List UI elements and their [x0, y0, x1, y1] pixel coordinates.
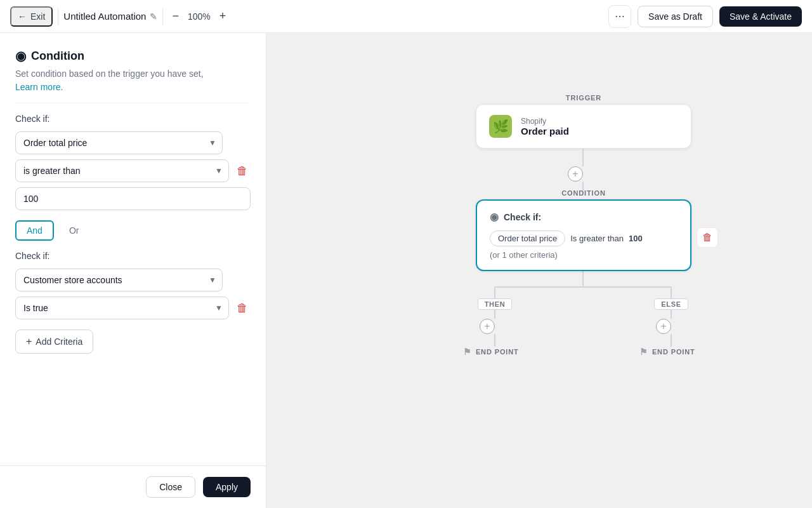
panel-title-text: Condition	[31, 50, 84, 63]
condition-1-field-wrapper: Order total price ▼	[15, 131, 223, 154]
condition-2-op-wrapper: Is true ▼	[15, 297, 229, 319]
condition-container: CONDITION ◉ Check if: Order total price …	[476, 189, 691, 271]
criteria-field-pill: Order total price	[490, 231, 565, 246]
else-container: ELSE	[652, 298, 690, 310]
logic-toggle: And Or	[15, 220, 251, 241]
delete-condition-node-button[interactable]: 🗑	[697, 227, 718, 248]
condition-group-1: Order total price ▼ is greater than ▼ 🗑	[15, 131, 251, 210]
criteria-val-text: 100	[629, 234, 643, 243]
condition-2-field-select[interactable]: Customer store accounts	[15, 269, 223, 291]
zoom-out-button[interactable]: −	[168, 8, 183, 24]
condition-2-field-wrapper: Customer store accounts ▼	[15, 269, 223, 291]
delete-condition-1-button[interactable]: 🗑	[234, 162, 251, 180]
topbar-divider-2	[162, 8, 163, 25]
condition-1-op-wrapper: is greater than ▼	[15, 159, 229, 182]
panel-footer: Close Apply	[0, 465, 266, 508]
exit-label: Exit	[30, 11, 45, 22]
add-criteria-label: Add Criteria	[36, 337, 82, 347]
save-draft-button[interactable]: Save as Draft	[638, 6, 713, 27]
else-label: ELSE	[654, 298, 688, 310]
zoom-controls: − 100% +	[168, 8, 230, 24]
check-if-label-1: Check if:	[15, 114, 251, 124]
more-options-button[interactable]: ⋯	[608, 5, 631, 28]
add-criteria-button[interactable]: + Add Criteria	[15, 330, 93, 354]
save-activate-button[interactable]: Save & Activate	[719, 6, 802, 27]
trigger-node[interactable]: 🌿 Shopify Order paid	[476, 104, 691, 149]
criteria-other-text: (or 1 other criteria)	[490, 250, 678, 260]
condition-group-2: Customer store accounts ▼ Is true ▼ 🗑	[15, 269, 251, 319]
trigger-event: Order paid	[521, 126, 569, 137]
condition-panel: ◉ Condition Set condition based on the t…	[0, 33, 266, 508]
check-if-label-2: Check if:	[15, 251, 251, 261]
document-title: Untitled Automation ✎	[63, 11, 157, 22]
panel-title-row: ◉ Condition	[15, 48, 251, 64]
apply-button[interactable]: Apply	[203, 477, 251, 497]
else-endpoint: ⚑ END POINT	[639, 347, 695, 357]
condition-2-operator-row: Is true ▼ 🗑	[15, 297, 251, 319]
topbar-right: ⋯ Save as Draft Save & Activate	[608, 5, 802, 28]
condition-node[interactable]: ◉ Check if: Order total price Is greater…	[476, 199, 691, 271]
topbar-left: ← Exit Untitled Automation ✎ − 100% +	[10, 6, 601, 27]
trigger-node-text: Shopify Order paid	[521, 117, 569, 137]
then-label: THEN	[478, 298, 513, 310]
panel-body: Check if: Order total price ▼ is greater…	[0, 114, 266, 465]
or-button[interactable]: Or	[59, 222, 89, 239]
trigger-source: Shopify	[521, 117, 569, 126]
panel-header: ◉ Condition Set condition based on the t…	[0, 33, 266, 114]
condition-criteria: Order total price Is greater than 100	[490, 231, 678, 246]
then-endpoint-label: END POINT	[476, 348, 519, 356]
then-endpoint-container: ⚑ END POINT	[463, 347, 519, 357]
criteria-op-text: Is greater than	[570, 234, 624, 243]
add-then-branch[interactable]: +	[480, 319, 495, 334]
zoom-in-button[interactable]: +	[216, 8, 230, 24]
else-flag-icon: ⚑	[639, 347, 648, 357]
delete-condition-2-button[interactable]: 🗑	[234, 299, 251, 318]
more-icon: ⋯	[615, 10, 625, 22]
add-else-branch[interactable]: +	[656, 319, 671, 334]
condition-1-field-row: Order total price ▼	[15, 131, 251, 154]
condition-2-field-row: Customer store accounts ▼	[15, 269, 251, 291]
and-button[interactable]: And	[15, 220, 54, 241]
then-container: THEN	[476, 298, 514, 310]
condition-1-value-input[interactable]	[15, 187, 251, 210]
condition-icon: ◉	[15, 48, 26, 64]
add-criteria-icon: +	[26, 336, 32, 347]
condition-1-field-select[interactable]: Order total price	[15, 131, 223, 154]
condition-check-icon: ◉	[490, 211, 499, 223]
main-content: ◉ Condition Set condition based on the t…	[0, 33, 812, 508]
exit-icon: ←	[18, 11, 27, 22]
condition-node-header: ◉ Check if:	[490, 211, 678, 223]
trigger-label: TRIGGER	[476, 94, 691, 102]
shopify-icon: 🌿	[489, 115, 512, 138]
topbar: ← Exit Untitled Automation ✎ − 100% + ⋯ …	[0, 0, 812, 33]
else-endpoint-label: END POINT	[652, 348, 695, 356]
condition-1-value-row	[15, 187, 251, 210]
else-endpoint-container: ⚑ END POINT	[639, 347, 695, 357]
exit-button[interactable]: ← Exit	[10, 6, 53, 27]
condition-1-operator-row: is greater than ▼ 🗑	[15, 159, 251, 182]
then-flag-icon: ⚑	[463, 347, 472, 357]
canvas: TRIGGER 🌿 Shopify Order paid + CONDITION…	[266, 33, 812, 508]
condition-1-operator-select[interactable]: is greater than	[15, 159, 229, 182]
condition-node-title: Check if:	[504, 212, 541, 222]
zoom-level: 100%	[188, 11, 211, 22]
learn-more-link[interactable]: Learn more.	[15, 82, 63, 92]
title-text: Untitled Automation	[63, 11, 146, 22]
condition-label: CONDITION	[476, 189, 691, 197]
condition-2-operator-select[interactable]: Is true	[15, 297, 229, 319]
trigger-container: TRIGGER 🌿 Shopify Order paid	[476, 94, 691, 149]
topbar-divider-1	[58, 8, 58, 25]
edit-title-icon[interactable]: ✎	[150, 11, 157, 22]
close-button[interactable]: Close	[146, 476, 195, 498]
then-endpoint: ⚑ END POINT	[463, 347, 519, 357]
panel-header-divider	[15, 103, 251, 104]
panel-description: Set condition based on the trigger you h…	[15, 69, 251, 79]
add-between-trigger-condition[interactable]: +	[568, 166, 583, 182]
